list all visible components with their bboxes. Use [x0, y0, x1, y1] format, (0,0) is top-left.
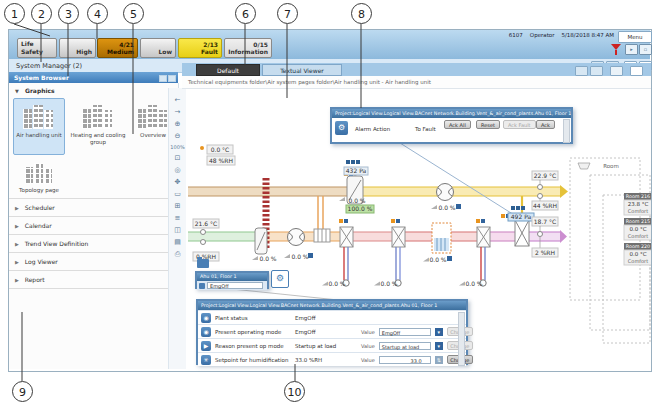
tab-textual-viewer[interactable]: Textual Viewer [262, 64, 342, 76]
pane-control-icon[interactable] [575, 66, 588, 76]
alarm-button-medium[interactable]: 4/21 Medium [97, 38, 138, 58]
sidebar-item-heating-cooling-group[interactable]: Heating and cooling group [68, 98, 128, 155]
nav-forward-icon[interactable]: → [175, 108, 181, 116]
ack-fault-button[interactable]: Ack Fault [503, 120, 536, 129]
alarm-button-life-safety[interactable]: Life Safety [17, 38, 57, 58]
alarm-popup-path: Project:Logical View.Logical View.BACnet… [332, 109, 571, 118]
heating-coil[interactable] [314, 229, 330, 242]
view-list-icon[interactable]: ▸ [625, 44, 638, 55]
property-row: ▶ Reason present op mode Startup at load… [198, 339, 466, 352]
extract-fan[interactable] [288, 229, 305, 246]
filter-dp-label: 432 Pa [346, 167, 367, 174]
panel-maximize-icon[interactable] [168, 75, 176, 82]
alarm-button-fault[interactable]: 2/13 Fault [178, 38, 222, 58]
thumbnail-label: Air handling unit [16, 132, 62, 139]
cooling-coil[interactable] [392, 227, 405, 247]
reheat-coil[interactable] [477, 227, 490, 247]
property-label: Plant status [215, 315, 291, 321]
system-manager-label[interactable]: System Manager (2) [16, 62, 82, 70]
zoom-in-icon[interactable]: ⊕ [175, 120, 181, 128]
print-icon[interactable]: ⎙ [175, 250, 181, 258]
svg-text:23.8 °C: 23.8 °C [628, 201, 649, 207]
callout-6: 6 [235, 3, 256, 24]
zoom-level[interactable]: 100% [170, 144, 184, 150]
sidebar-item-topology-page[interactable]: Topology page [13, 157, 65, 197]
thumbnail-label: Topology page [19, 187, 59, 194]
pane-control-icon[interactable] [610, 66, 623, 76]
grid-icon[interactable]: ⊞ [175, 202, 181, 210]
breadcrumb[interactable]: Technical equipments folder\Air system p… [182, 76, 651, 88]
alarm-label: High [76, 48, 92, 56]
sidebar-section-log-viewer[interactable]: ▶ Log Viewer [9, 252, 178, 270]
graphics-section-label: Graphics [25, 87, 55, 94]
property-value: Startup at load [295, 343, 357, 349]
reason-select[interactable]: Startup at load [379, 342, 431, 350]
setpoint-input[interactable]: 33.0 [379, 356, 431, 364]
symbol-popup: Ahu 01, Floor 1 EmgOff [195, 271, 269, 289]
reset-button[interactable]: Reset [476, 120, 500, 129]
zoom-out-icon[interactable]: ⊖ [175, 132, 181, 140]
pan-icon[interactable]: ✥ [175, 178, 181, 186]
panel-minimize-icon[interactable] [159, 75, 167, 82]
chevron-down-icon: ▼ [15, 88, 19, 94]
ack-all-button[interactable]: Ack All [444, 120, 471, 129]
pane-control-icon[interactable] [630, 66, 643, 76]
graphics-section-header[interactable]: ▼ Graphics [9, 84, 178, 97]
property-row: ◉ Present operating mode EmgOff Value Em… [198, 325, 466, 338]
fit-view-icon[interactable]: ⊡ [175, 154, 181, 162]
property-value: 33.0 %RH [295, 357, 357, 363]
section-label: Calendar [25, 222, 52, 229]
sidebar-section-scheduler[interactable]: ▶ Scheduler [9, 198, 178, 216]
extract-filter-pos-label: 0.0 % [259, 255, 276, 262]
room-card: Room 215 0.0 °C Comfort [624, 218, 651, 240]
callout-7: 7 [277, 3, 298, 24]
sidebar-section-trend-view-definition[interactable]: ▶ Trend View Definition [9, 234, 178, 252]
folder-icon[interactable] [197, 259, 209, 268]
alarm-button-low[interactable]: Low [140, 38, 176, 58]
chevron-right-icon: ▶ [15, 223, 19, 229]
lines-icon[interactable]: ≡ [175, 214, 181, 222]
building-icon [137, 103, 169, 129]
supply-fan[interactable] [437, 184, 454, 201]
dropdown-icon[interactable]: ▾ [435, 328, 443, 336]
symbol-settings-button[interactable]: ⚙ [271, 270, 289, 288]
alarm-button-high[interactable]: High [59, 38, 96, 58]
mode-select[interactable]: EmgOff [379, 328, 431, 336]
mode-dropdown[interactable]: EmgOff [207, 282, 263, 289]
room-cards[interactable]: Room 216 23.8 °C Comfort Room 215 0.0 °C… [624, 193, 651, 265]
callout-1: 1 [4, 3, 25, 24]
outside-rh-label: 48 %RH [209, 157, 233, 164]
sidebar-section-calendar[interactable]: ▶ Calendar [9, 216, 178, 234]
popup-scrollbar[interactable] [458, 312, 465, 366]
alarm-button-information[interactable]: 0/15 Information [224, 38, 272, 58]
pane-control-icon[interactable] [590, 66, 603, 76]
alarm-count: 4/21 [119, 41, 134, 48]
sidebar-section-report[interactable]: ▶ Report [9, 270, 178, 289]
alarm-label: Life Safety [21, 40, 53, 56]
ack-button[interactable]: Ack [536, 120, 555, 129]
menu-button[interactable]: Menu [618, 31, 652, 43]
zoom-area-icon[interactable]: ◎ [174, 166, 180, 174]
humidifier[interactable] [432, 223, 451, 253]
extract-air-filter[interactable] [255, 228, 267, 254]
alarm-label: Fault [201, 48, 218, 56]
callout-8: 8 [351, 3, 372, 24]
svg-text:Comfort: Comfort [628, 258, 648, 264]
tab-default[interactable]: Default [196, 64, 260, 76]
layers-icon[interactable]: ◫ [174, 226, 181, 234]
select-rect-icon[interactable]: ▭ [174, 190, 181, 198]
popup-scrollbar[interactable] [563, 119, 570, 143]
property-label: Present operating mode [215, 329, 291, 335]
heat-recovery-exchanger[interactable] [340, 227, 353, 247]
duct-pressure-label: 492 Pa [511, 213, 532, 220]
chevron-right-icon: ▶ [15, 277, 19, 283]
page-icon[interactable]: ▤ [174, 238, 181, 246]
section-label: Trend View Definition [25, 240, 89, 247]
dropdown-icon[interactable]: ▾ [435, 342, 443, 350]
thumbnail-label: Overview [140, 132, 166, 139]
valve1-label: 0.0 % [328, 280, 345, 287]
sidebar-item-air-handling-unit[interactable]: Air handling unit [13, 98, 65, 155]
spinner-icon[interactable]: ⇅ [435, 356, 443, 364]
layout-icon[interactable]: ▫ [639, 44, 652, 55]
nav-back-icon[interactable]: ← [175, 96, 181, 104]
